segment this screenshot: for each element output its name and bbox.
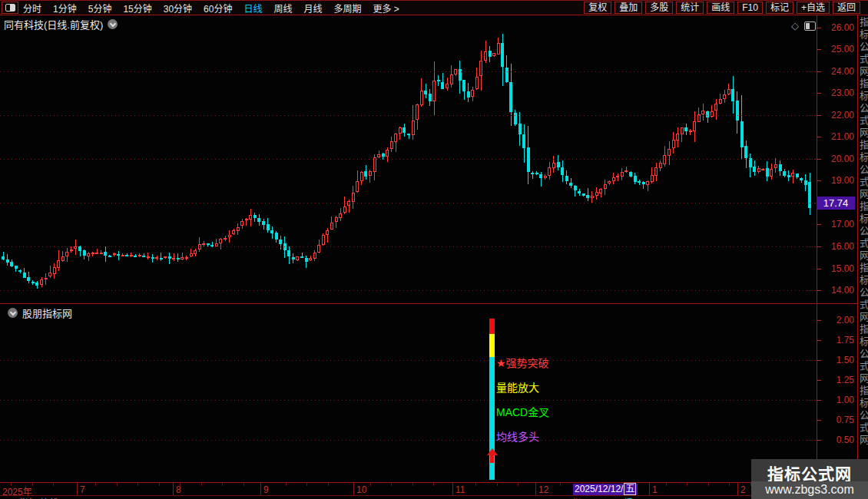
axis-dots (809, 246, 816, 247)
toolbar-button-8[interactable]: 返回 (833, 2, 860, 14)
price-gridline (0, 159, 816, 160)
time-axis-tick (535, 483, 536, 495)
period-tab-7[interactable]: 周线 (273, 2, 292, 15)
time-axis-tick (173, 483, 174, 495)
signal-bar-segment (489, 334, 495, 357)
sub-axis-tick (817, 420, 821, 421)
price-axis-label: 23.00 (820, 88, 854, 98)
price-axis-label: 26.00 (820, 22, 854, 33)
sub-axis-tick (817, 360, 821, 361)
period-tab-0[interactable]: 分时 (23, 2, 41, 15)
toolbar-button-0[interactable]: 复权 (584, 2, 611, 14)
clipped-text: 指 (572, 496, 581, 499)
price-gridline (0, 203, 816, 203)
sub-axis-label: 0.50 (820, 435, 854, 445)
axis-dots (809, 290, 816, 291)
time-axis-minor-tick (497, 483, 498, 486)
price-axis-label: 19.00 (820, 175, 854, 186)
time-axis-tick (452, 483, 453, 495)
time-axis-label: 11 (456, 484, 465, 495)
chart-header: 同有科技(日线.前复权) (4, 17, 118, 31)
chart-corner-icons: ◇ (791, 20, 816, 31)
time-axis-label: 10 (356, 484, 366, 495)
toolbar-button-4[interactable]: 画线 (707, 2, 734, 14)
time-axis-tick (77, 483, 78, 495)
time-axis-minor-tick (306, 483, 307, 486)
time-axis-tick (737, 483, 738, 495)
panel-split-icon (5, 4, 15, 12)
price-axis-line (817, 15, 817, 482)
period-tab-3[interactable]: 15分钟 (123, 2, 151, 15)
chevron-down-icon[interactable] (108, 19, 118, 29)
price-axis-tick (817, 115, 821, 116)
sub-axis-tick (817, 440, 821, 441)
toolbar-button-3[interactable]: 统计 (676, 2, 704, 14)
sub-gridline (0, 360, 816, 361)
period-tab-9[interactable]: 多周期 (334, 2, 362, 15)
watermark-logo: 指标公式网 www.zbgs3.com (751, 459, 868, 499)
time-axis-minor-tick (687, 483, 687, 486)
cursor-date-badge: 2025/12/12/五 (573, 484, 638, 495)
price-axis-tick (817, 137, 821, 137)
trading-app-window: 分时1分钟5分钟15分钟30分钟60分钟日线周线月线多周期更多 > 复权叠加多股… (0, 0, 868, 499)
time-axis-label: 8 (176, 484, 181, 495)
time-axis-minor-tick (560, 483, 561, 486)
time-axis-label: 7 (80, 484, 85, 495)
sub-axis-label: 1.25 (820, 375, 854, 385)
price-axis-label: 24.00 (820, 66, 854, 77)
time-axis-label: 12 (538, 484, 548, 495)
time-axis-minor-tick (137, 483, 138, 486)
period-tab-8[interactable]: 月线 (304, 2, 323, 15)
price-axis-tick (817, 159, 821, 160)
signal-label-0: ★强势突破 (496, 355, 549, 370)
period-tab-6[interactable]: 日线 (244, 2, 262, 15)
time-axis-minor-tick (32, 483, 33, 486)
sub-axis-tick (817, 400, 821, 401)
toolbar-button-6[interactable]: 标记 (766, 2, 793, 14)
panel-divider (0, 303, 858, 304)
price-gridline (0, 290, 816, 291)
chevron-down-icon[interactable] (8, 308, 18, 318)
right-frame-line (857, 15, 858, 499)
sub-axis-label: 1.75 (820, 335, 854, 345)
time-axis-tick (260, 483, 261, 495)
toolbar-button-2[interactable]: 多股 (645, 2, 673, 14)
signal-bar-segment (489, 319, 495, 334)
toolbar-button-1[interactable]: 叠加 (615, 2, 642, 14)
period-tab-4[interactable]: 30分钟 (164, 2, 192, 15)
time-axis-minor-tick (708, 483, 709, 486)
toolbar-actions: 复权叠加多股统计画线F10标记+自选返回 (581, 2, 868, 14)
watermark-logo-url: www.zbgs3.com (751, 481, 868, 499)
price-axis-tick (817, 269, 821, 269)
clipped-text: 提示 (624, 496, 642, 499)
period-tab-2[interactable]: 5分钟 (88, 2, 112, 15)
toolbar-button-7[interactable]: +自选 (797, 2, 830, 14)
toolbar-button-5[interactable]: F10 (737, 2, 763, 14)
window-icon[interactable] (804, 21, 816, 31)
sub-axis-label: 1.00 (820, 395, 854, 405)
axis-dots (809, 400, 816, 401)
time-axis-minor-tick (222, 483, 223, 486)
layout-toggle-button[interactable] (2, 2, 18, 14)
time-axis-minor-tick (328, 483, 329, 486)
price-gridline (0, 246, 816, 247)
price-axis-label: 15.00 (820, 263, 854, 274)
time-axis-minor-tick (244, 483, 244, 486)
sub-axis-label: 0.75 (820, 415, 854, 425)
clipped-text: 指标 均线 (19, 496, 58, 499)
time-axis-minor-tick (95, 483, 96, 486)
time-axis-minor-tick (53, 483, 54, 486)
period-tab-5[interactable]: 60分钟 (204, 2, 232, 15)
time-axis-minor-tick (433, 483, 434, 486)
diamond-icon[interactable]: ◇ (791, 20, 799, 31)
axis-dots (809, 159, 816, 160)
sub-axis-label: 1.50 (820, 355, 854, 365)
vertical-watermark-text: 指标公式网指标公式网指标公式网指标公式网指标公式网指标公式网指标公式网 (859, 17, 868, 458)
time-axis-label: 1 (652, 484, 658, 495)
toolbar: 分时1分钟5分钟15分钟30分钟60分钟日线周线月线多周期更多 > 复权叠加多股… (0, 0, 868, 15)
price-gridline (0, 71, 816, 72)
period-tab-10[interactable]: 更多 > (373, 2, 399, 15)
period-tab-1[interactable]: 1分钟 (53, 2, 77, 15)
time-axis-minor-tick (117, 483, 118, 486)
time-axis-minor-tick (729, 483, 730, 486)
